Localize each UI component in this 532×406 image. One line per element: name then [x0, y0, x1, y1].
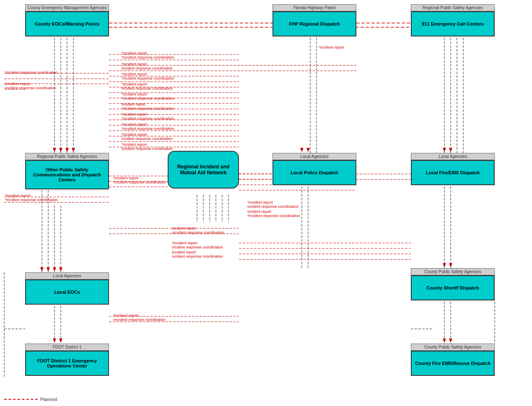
svg-marker-83	[59, 267, 62, 272]
label-incident-report-5: *incident report	[122, 92, 147, 96]
local-eoc-body: Local EOCs	[25, 279, 109, 305]
other-dispatch-body: Other Public Safety Communications and D…	[25, 160, 109, 189]
svg-marker-78	[65, 148, 69, 152]
label-incident-report-1: *incident report	[122, 51, 147, 55]
label-incident-resp-6: *incident response coordination	[122, 106, 174, 111]
county-fire-node: County Public Safety Agencies County Fir…	[411, 344, 495, 376]
label-riman-2: rincident response coordination	[172, 230, 224, 235]
svg-marker-88	[443, 148, 446, 152]
svg-marker-77	[59, 148, 62, 152]
label-incident-resp-10: incident response coordination	[122, 147, 173, 151]
local-fire-node: Local Agencies Local Fire/EMS Dispatch	[411, 153, 495, 185]
label-police-4: *incident response coordination	[247, 214, 300, 218]
fdot-body: FDOT District 1 Emergency Operations Cen…	[25, 351, 109, 376]
riman-body: Regional Incident and Mutual Aid Network	[168, 151, 239, 189]
svg-marker-91	[449, 263, 452, 267]
label-fhp-1: *incident report	[319, 45, 344, 49]
call-centers-body: 911 Emergency Call Centers	[411, 11, 495, 36]
label-left-3: incident response coordination	[5, 86, 56, 90]
label-left-4: *incident report	[5, 194, 31, 198]
legend-label: Planned	[40, 397, 57, 402]
label-incident-resp-7: *incident response coordination	[122, 116, 174, 121]
label-incident-resp-9: incident response coordination	[122, 137, 173, 141]
label-left-1: *incident response coordination	[5, 70, 58, 75]
local-fire-header: Local Agencies	[411, 153, 495, 160]
svg-marker-87	[306, 148, 310, 152]
county-fire-header: County Public Safety Agencies	[411, 344, 495, 351]
label-riman-1: incident report	[172, 226, 196, 230]
svg-marker-79	[72, 148, 75, 152]
legend-line	[4, 399, 38, 400]
local-police-body: Local Police Dispatch	[272, 160, 356, 185]
fhp-node: Florida Highway Patrol FHP Regional Disp…	[272, 4, 356, 36]
svg-marker-80	[40, 267, 44, 272]
other-dispatch-node: Regional Public Safety Agencies Other Pu…	[25, 153, 109, 189]
local-eoc-node: Local Agencies Local EOCs	[25, 272, 109, 305]
svg-marker-93	[449, 339, 452, 343]
svg-marker-90	[443, 263, 446, 267]
local-police-header: Local Agencies	[272, 153, 356, 160]
fdot-header: FDOT District 1	[25, 344, 109, 351]
label-incident-resp-8: *incident response coordination	[122, 127, 174, 131]
label-incident-report-3: *incident report	[122, 72, 147, 76]
label-incident-report-2: *incident report	[122, 62, 147, 66]
county-sheriff-node: County Public Safety Agencies County She…	[411, 268, 495, 300]
local-fire-body: Local Fire/EMS Dispatch	[411, 160, 495, 185]
label-eoc-1: *incident report	[113, 313, 139, 318]
svg-marker-84	[53, 339, 56, 343]
diagram-container: County Emergency Management Agencies Cou…	[0, 0, 532, 406]
svg-marker-86	[300, 148, 304, 152]
svg-marker-82	[53, 267, 56, 272]
label-lower-4: incident response coordination	[172, 254, 223, 259]
label-police-3: incident report	[247, 209, 271, 214]
county-fire-body: County Fire EMS/Rescue Dispatch	[411, 351, 495, 376]
label-eoc-2: rincident response coordination	[113, 318, 166, 322]
legend: Planned	[4, 397, 57, 402]
label-incident-report-6: incident report	[122, 102, 145, 106]
fhp-body: FHP Regional Dispatch	[272, 11, 356, 36]
label-lower-1: *incident report	[172, 241, 197, 245]
label-incident-report-10: *incident report	[122, 142, 147, 147]
svg-marker-92	[443, 339, 446, 343]
county-sheriff-header: County Public Safety Agencies	[411, 268, 495, 275]
label-lower-2: incident response coordination	[172, 245, 223, 249]
label-incident-report-8: *incident report	[122, 122, 147, 127]
fhp-header: Florida Highway Patrol	[272, 4, 356, 11]
svg-marker-85	[59, 339, 62, 343]
label-police-2: incident response coordination	[247, 204, 298, 209]
label-incident-report-4: *incident report	[122, 82, 147, 86]
local-eoc-header: Local Agencies	[25, 272, 109, 279]
label-other-2: *incident response coordination	[113, 180, 166, 184]
county-eoc-header: County Emergency Management Agencies	[25, 4, 109, 11]
label-incident-resp-4: incident response coordination	[122, 86, 173, 91]
svg-marker-76	[53, 148, 56, 152]
fdot-node: FDOT District 1 FDOT District 1 Emergenc…	[25, 344, 109, 376]
label-incident-resp-2: incident response coordination	[122, 66, 173, 70]
other-dispatch-header: Regional Public Safety Agencies	[25, 153, 109, 160]
call-centers-node: Regional Public Safety Agencies 911 Emer…	[411, 4, 495, 36]
riman-node: Regional Incident and Mutual Aid Network	[168, 151, 239, 189]
label-other-1: *incident report	[113, 176, 139, 180]
label-left-2: rincident report	[5, 82, 30, 86]
svg-marker-89	[449, 148, 452, 152]
svg-marker-81	[47, 267, 50, 272]
label-police-1: *incident report	[247, 200, 273, 204]
label-incident-report-9: *incident report	[122, 132, 147, 137]
label-incident-resp-1: *incident response coordination	[122, 55, 174, 59]
label-incident-resp-3: *incident response coordination	[122, 76, 174, 80]
label-incident-resp-5: *incident response coordination	[122, 96, 174, 101]
local-police-node: Local Agencies Local Police Dispatch	[272, 153, 356, 185]
county-sheriff-body: County Sheriff Dispatch	[411, 275, 495, 300]
county-eoc-node: County Emergency Management Agencies Cou…	[25, 4, 109, 36]
label-incident-report-7: *incident report	[122, 112, 147, 116]
label-left-5: *incident response coordination	[5, 198, 58, 202]
county-eoc-body: County EOCs/Warning Points	[25, 11, 109, 36]
label-lower-3: incident report	[172, 250, 196, 254]
call-centers-header: Regional Public Safety Agencies	[411, 4, 495, 11]
